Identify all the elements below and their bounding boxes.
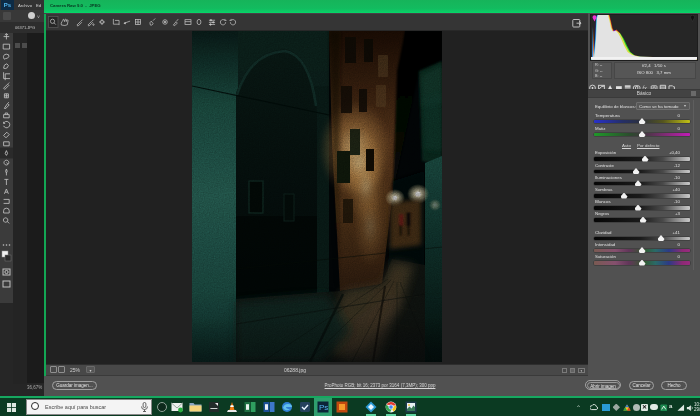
svg-text:Ps: Ps [319, 403, 328, 412]
